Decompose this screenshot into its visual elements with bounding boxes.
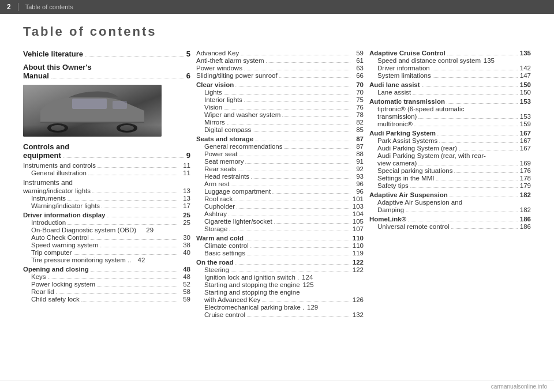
entry-cruise-control: Cruise control 132 — [204, 311, 364, 318]
page-number: 2 — [7, 3, 11, 11]
entry-anti-theft: Anti-theft alarm system 61 — [196, 57, 364, 64]
watermark: carmanualsonline.info — [491, 383, 547, 390]
section-parking-system: Audi Parking System 167 — [369, 130, 531, 137]
entry-warning-indicator: Warning/indicator lights 17 — [31, 202, 190, 209]
entry-air-suspension-damping-row2: Damping 182 — [377, 206, 531, 213]
controls-page: 9 — [186, 151, 190, 160]
entry-keys: Keys 48 — [31, 273, 190, 280]
entry-general-rec: General recommendations 87 — [204, 143, 364, 150]
general-illustration-label: General illustration — [31, 169, 87, 176]
entry-lights: Lights 70 — [204, 89, 364, 96]
section-clear-vision: Clear vision 70 — [196, 81, 364, 88]
section-instruments: Instruments and controls 11 — [23, 162, 190, 169]
entry-parking-rear: Audi Parking System (rear) 167 — [377, 145, 531, 152]
page-title: Table of contents — [23, 24, 531, 39]
adaptive-cruise-label: Adaptive Cruise Control — [369, 50, 446, 56]
entry-roof-rack: Roof rack 101 — [204, 195, 364, 202]
opening-closing-page: 48 — [179, 266, 190, 273]
entry-sunroof: Sliding/tilting power sunroof 66 — [196, 72, 364, 79]
section-opening-closing: Opening and closing 48 — [23, 266, 190, 273]
section-driver-info: Driver information display 25 — [23, 212, 190, 218]
warm-cold-label: Warm and cold — [196, 235, 244, 242]
clear-vision-page: 70 — [352, 81, 364, 88]
entry-settings-mmi: Settings in the MMI 178 — [377, 175, 531, 182]
section-owners-manual: About this Owner's Manual 6 — [23, 63, 190, 80]
entry-mirrors: Mirrors 82 — [204, 119, 364, 126]
entry-general-illustration: General illustration 11 — [31, 169, 190, 176]
section-warning-lights: Instruments and — [23, 179, 190, 187]
general-illustration-page: 11 — [179, 169, 190, 176]
adaptive-cruise-page: 135 — [519, 50, 531, 56]
entry-with-advanced-key: with Advanced Key 126 — [204, 296, 364, 303]
section-warm-cold: Warm and cold 110 — [196, 235, 364, 242]
section-lane-assist: Audi lane assist 150 — [369, 81, 531, 88]
driver-info-label: Driver information display — [23, 212, 106, 218]
owners-manual-label: About this Owner's — [23, 63, 92, 71]
entry-cigarette-lighter: Cigarette lighter/socket 105 — [204, 218, 364, 225]
driver-info-page: 25 — [179, 212, 190, 218]
warning-lights-label2: warning/indicator lights — [23, 187, 91, 194]
warning-lights-row: warning/indicator lights 13 — [23, 187, 190, 194]
air-suspension-page: 182 — [519, 191, 531, 198]
top-bar: 2 Table of contents — [0, 0, 554, 14]
toc-columns: Vehicle literature 5 About this Owner's … — [23, 50, 531, 386]
top-divider — [18, 3, 18, 11]
entry-power-windows: Power windows 63 — [196, 65, 364, 71]
car-image — [23, 85, 162, 137]
entry-auto-check: Auto Check Control 30 — [31, 234, 190, 241]
air-suspension-label: Adaptive Air Suspension — [369, 191, 448, 198]
entry-storage: Storage 107 — [204, 225, 364, 232]
entry-seat-memory: Seat memory 91 — [204, 158, 364, 165]
entry-wiper: Wiper and washer system 78 — [204, 111, 364, 118]
section-air-suspension: Adaptive Air Suspension 182 — [369, 191, 531, 198]
lane-assist-page: 150 — [519, 81, 531, 88]
warning-lights-label: Instruments and — [23, 179, 73, 187]
auto-transmission-page: 153 — [519, 98, 531, 105]
svg-point-2 — [51, 125, 65, 131]
entry-basic-settings: Basic settings 119 — [204, 250, 364, 257]
svg-rect-5 — [72, 99, 107, 109]
instruments-label: Instruments and controls — [23, 162, 96, 169]
section-homelink: HomeLink® 186 — [369, 216, 531, 223]
entry-rear-seats: Rear seats 92 — [204, 165, 364, 172]
entry-tire-pressure: Tire pressure monitoring system .. 42 — [31, 257, 190, 263]
col-left: Vehicle literature 5 About this Owner's … — [23, 50, 196, 386]
entry-parking-brake: Electromechanical parking brake . 129 — [204, 304, 364, 311]
entry-introduction: Introduction 25 — [31, 219, 190, 226]
entry-speed-distance: Speed and distance control system 135 — [377, 57, 531, 64]
entry-arm-rest: Arm rest 96 — [204, 180, 364, 187]
clear-vision-label: Clear vision — [196, 81, 234, 88]
entry-ignition-lock: Ignition lock and ignition switch . 124 — [204, 274, 364, 281]
entry-digital-compass: Digital compass 85 — [204, 126, 364, 133]
homelink-label: HomeLink® — [369, 216, 406, 223]
section-seats-storage: Seats and storage 87 — [196, 135, 364, 142]
entry-luggage: Luggage compartment 96 — [204, 188, 364, 195]
entry-air-suspension-damping-row1: Adaptive Air Suspension and — [377, 199, 531, 206]
entry-power-locking: Power locking system 52 — [31, 281, 190, 288]
entry-obd: On-Board Diagnostic system (OBD) 29 — [31, 227, 190, 233]
homelink-page: 186 — [519, 216, 531, 223]
entry-parking-rear-camera-row1: Audi Parking System (rear, with rear- — [377, 152, 531, 159]
entry-system-limitations: System limitations 147 — [377, 72, 531, 79]
entry-lane-assist-sub: Lane assist 150 — [377, 89, 531, 96]
main-content: Table of contents Vehicle literature 5 A… — [0, 14, 554, 392]
parking-system-page: 167 — [519, 130, 531, 137]
seats-storage-label: Seats and storage — [196, 135, 253, 142]
entry-tiptronic-row2: transmission) 153 — [377, 113, 531, 120]
on-the-road-page: 122 — [352, 259, 364, 266]
controls-label2: equipment — [23, 151, 61, 160]
entry-child-safety: Child safety lock 59 — [31, 296, 190, 303]
entry-tiptronic-row1: tiptronic® (6-speed automatic — [377, 105, 531, 112]
on-the-road-label: On the road — [196, 259, 234, 266]
entry-instruments: Instruments 13 — [31, 195, 190, 202]
entry-advanced-key: Advanced Key 59 — [196, 50, 364, 56]
entry-ashtray: Ashtray 104 — [204, 210, 364, 217]
warning-lights-page: 13 — [179, 187, 190, 194]
section-vehicle-literature: Vehicle literature 5 — [23, 50, 190, 58]
entry-starting-stopping: Starting and stopping the engine 125 — [204, 281, 364, 288]
section-title: Table of contents — [25, 3, 73, 10]
col-mid: Advanced Key 59 Anti-theft alarm system … — [196, 50, 369, 386]
entry-special-parking: Special parking situations 176 — [377, 167, 531, 174]
svg-point-3 — [117, 123, 137, 133]
lane-assist-label: Audi lane assist — [369, 81, 420, 88]
